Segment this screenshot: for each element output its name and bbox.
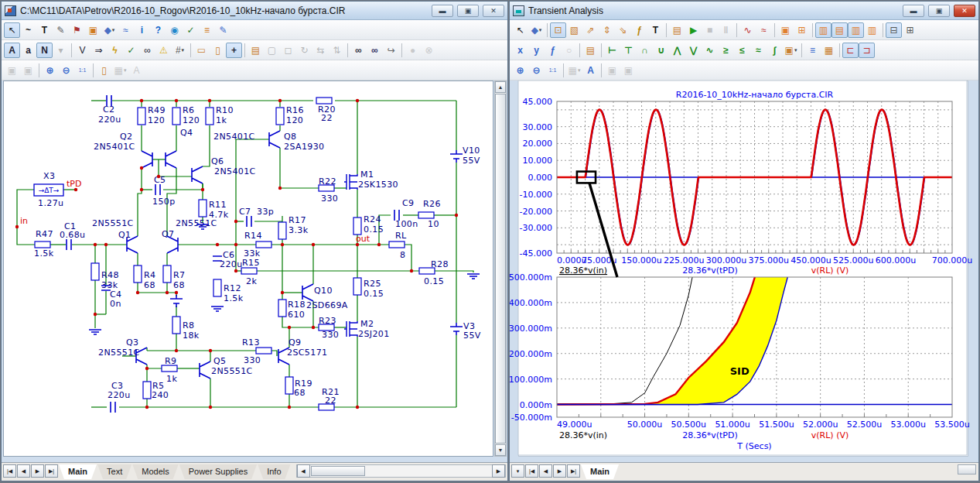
plots-split-h-icon[interactable]: ▥ xyxy=(848,22,864,38)
high-icon[interactable]: ⋀ xyxy=(669,43,685,58)
file-list-icon[interactable]: ≡ xyxy=(199,22,215,38)
low-icon[interactable]: ⋁ xyxy=(685,43,702,58)
edit-checklist-icon[interactable]: ✎ xyxy=(215,22,231,38)
zoom-100-icon[interactable]: 1:1 xyxy=(74,63,90,78)
text-mode-icon[interactable]: T xyxy=(36,22,53,38)
tab-main[interactable]: Main xyxy=(59,464,97,479)
maximize-button[interactable]: ▣ xyxy=(928,5,950,17)
go-to-y-icon[interactable]: y xyxy=(528,43,545,58)
minimize-button[interactable]: ▬ xyxy=(903,5,924,17)
properties-icon[interactable]: ▤ xyxy=(248,43,264,58)
scale-corner-icon[interactable]: ⇘ xyxy=(615,22,631,38)
global-high-icon[interactable]: ≥ xyxy=(718,43,734,58)
branch-integral-icon[interactable]: ∫ xyxy=(767,43,783,58)
maximize-button[interactable]: ▣ xyxy=(457,5,479,17)
tab-nav-arrow-icon[interactable]: |◀ xyxy=(3,464,16,478)
tab-nav-arrow-icon[interactable]: ◀ xyxy=(539,464,552,478)
tab-text[interactable]: Text xyxy=(97,464,131,479)
find-component-icon[interactable]: ◆▾ xyxy=(101,22,118,38)
page-border-icon[interactable]: ▭ xyxy=(193,43,210,58)
zoom-in-icon[interactable]: ⊕ xyxy=(42,63,58,78)
crosshair-cursor-icon[interactable]: + xyxy=(226,43,242,58)
graphics-mode-icon[interactable]: ✎ xyxy=(53,22,69,38)
tab-nav-arrow-icon[interactable]: |◀ xyxy=(525,464,538,478)
spiral-tool-icon[interactable]: ≈ xyxy=(118,22,134,38)
thumbnail-icon[interactable]: ⊞ xyxy=(902,22,918,38)
title-block-icon[interactable]: ▯ xyxy=(210,43,226,58)
numeric-output-icon[interactable]: ≡ xyxy=(804,43,821,58)
valley-icon[interactable]: ∪ xyxy=(653,43,669,58)
scroll-down-icon[interactable]: ▼ xyxy=(495,444,506,456)
horizontal-tag-icon[interactable]: ⊢ xyxy=(604,43,620,58)
tab-nav-arrow-icon[interactable]: ◀ xyxy=(17,464,30,478)
scroll-left-icon[interactable]: ◀ xyxy=(297,464,310,478)
zoom-out-icon[interactable]: ⊖ xyxy=(528,63,545,78)
show-value-text-icon[interactable]: a xyxy=(20,43,36,58)
close-button[interactable]: ✕ xyxy=(483,5,504,17)
condition-probe-icon[interactable]: ✓ xyxy=(123,43,139,58)
plots-overlap-icon[interactable]: ▤ xyxy=(831,22,848,38)
find-icon[interactable]: ∞ xyxy=(350,43,367,58)
paste-waveform-icon[interactable]: ▣▾ xyxy=(783,43,799,58)
cursor-right-align-icon[interactable]: ⊐ xyxy=(859,43,875,58)
go-to-icon[interactable]: ↪ xyxy=(383,43,399,58)
cursor-left-align-icon[interactable]: ⊏ xyxy=(842,43,859,58)
tab-main[interactable]: Main xyxy=(581,464,619,479)
show-attribute-text-icon[interactable]: A xyxy=(4,43,20,58)
font-icon[interactable]: A xyxy=(582,63,599,78)
tab-nav-dropdown-icon[interactable]: ▾ xyxy=(511,464,524,478)
browse-web-icon[interactable]: ◉ xyxy=(166,22,183,38)
tokens-icon[interactable]: ≈ xyxy=(756,22,772,38)
tab-info[interactable]: Info xyxy=(258,464,290,479)
auto-scale-icon[interactable]: ⊞ xyxy=(794,22,810,38)
pin-connections-icon[interactable]: ∞ xyxy=(139,43,155,58)
scroll-thumb[interactable] xyxy=(495,94,506,444)
horizontal-scrollbar[interactable]: ◀▶ xyxy=(296,464,506,478)
tab-nav-arrow-icon[interactable]: ▶| xyxy=(45,464,58,478)
scrollbar-remnant[interactable] xyxy=(958,464,976,474)
plots-vertical-icon[interactable]: ▥ xyxy=(815,22,831,38)
properties-icon[interactable]: ▤ xyxy=(669,22,685,38)
copy-page-image-icon[interactable]: ▯ xyxy=(96,63,112,78)
schematic-vertical-scrollbar[interactable]: ▲ ▼ xyxy=(494,80,507,457)
envelope-icon[interactable]: ≈ xyxy=(750,43,767,58)
single-graph-icon[interactable]: ⊟ xyxy=(886,22,902,38)
find-next-icon[interactable]: ∞ xyxy=(367,43,383,58)
warning-rubberband-icon[interactable]: ⚠ xyxy=(155,43,172,58)
vertical-tag-icon[interactable]: ⊤ xyxy=(620,43,637,58)
shapes-icon[interactable]: ◆▾ xyxy=(528,22,545,38)
select-mode-icon[interactable]: ↖ xyxy=(512,22,528,38)
component-panel-icon[interactable]: ▣ xyxy=(85,22,101,38)
scale-horizontal-icon[interactable]: ⇗ xyxy=(582,22,599,38)
current-probe-icon[interactable]: ⇒ xyxy=(90,43,107,58)
zoom-in-icon[interactable]: ⊕ xyxy=(512,63,528,78)
info-icon[interactable]: i xyxy=(134,22,150,38)
wire-mode-icon[interactable]: ~ xyxy=(20,22,36,38)
voltage-probe-icon[interactable]: V xyxy=(74,43,90,58)
grid-display-icon[interactable]: #▾ xyxy=(172,43,188,58)
schematic-titlebar[interactable]: C:\MC11\DATA\Petrov\R2016-10_Rogov\R2016… xyxy=(2,2,507,20)
global-low-icon[interactable]: ≤ xyxy=(734,43,750,58)
tab-models[interactable]: Models xyxy=(132,464,178,479)
close-button[interactable]: ✕ xyxy=(954,5,975,17)
text-mode-icon[interactable]: T xyxy=(647,22,664,38)
go-to-x-icon[interactable]: x xyxy=(512,43,528,58)
plots-split-v-icon[interactable]: ▥ xyxy=(864,22,880,38)
tab-nav-arrow-icon[interactable]: ▶ xyxy=(31,464,44,478)
zoom-out-icon[interactable]: ⊖ xyxy=(58,63,74,78)
scroll-right-icon[interactable]: ▶ xyxy=(492,464,505,478)
flag-mode-icon[interactable]: ⚑ xyxy=(69,22,85,38)
show-node-numbers-icon[interactable]: N xyxy=(36,43,53,58)
scale-vertical-icon[interactable]: ⇕ xyxy=(599,22,615,38)
formula-text-icon[interactable]: ƒ xyxy=(631,22,647,38)
tab-power-supplies[interactable]: Power Supplies xyxy=(179,464,257,479)
help-icon[interactable]: ? xyxy=(150,22,166,38)
select-mode-icon[interactable]: ↖ xyxy=(4,22,20,38)
check-model-icon[interactable]: ✓ xyxy=(183,22,199,38)
minimize-button[interactable]: ▬ xyxy=(432,5,453,17)
cursor-mode-icon[interactable]: ▧ xyxy=(566,22,582,38)
format-axes-icon[interactable]: ▤ xyxy=(582,43,599,58)
power-probe-icon[interactable]: ϟ xyxy=(107,43,123,58)
tab-nav-arrow-icon[interactable]: ▶| xyxy=(567,464,580,478)
select-box-icon[interactable]: ▣ xyxy=(777,22,794,38)
